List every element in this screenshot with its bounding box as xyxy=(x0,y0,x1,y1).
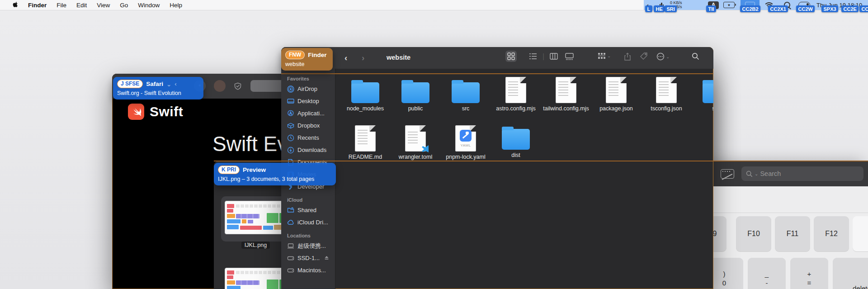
ellipsis-circle-icon xyxy=(656,52,665,61)
file-src[interactable]: src xyxy=(442,79,489,112)
hint-chip-cc2b2[interactable]: CC2B2 xyxy=(740,5,760,12)
sidebar-item-airdrop[interactable]: AirDrop xyxy=(281,83,335,95)
file-scripts-partial[interactable]: scri xyxy=(693,79,713,112)
key-f12[interactable]: F12 xyxy=(814,216,849,251)
hint-chip-cc2x1[interactable]: CC2X1 xyxy=(768,5,788,12)
safari-window-hint[interactable]: J SFSE Safari ⌄ ‹ Swift.org - Swift Evol… xyxy=(113,77,203,99)
key-minus[interactable]: _- xyxy=(748,258,786,289)
key-f10[interactable]: F10 xyxy=(736,216,771,251)
drive-icon xyxy=(287,267,294,274)
group-by-button[interactable]: ⌄ xyxy=(598,52,611,59)
keyboard-image-thumbnail-2[interactable] xyxy=(225,268,288,289)
file-astro-config[interactable]: astro.config.mjs xyxy=(492,77,539,112)
finder-toolbar: ‹ › website | ⌄ ⌄ xyxy=(281,47,713,69)
clock-icon xyxy=(287,134,294,142)
apple-menu[interactable] xyxy=(7,1,23,9)
menu-edit[interactable]: Edit xyxy=(71,2,92,9)
sidebar-item-shared[interactable]: Shared xyxy=(281,204,335,216)
share-button[interactable] xyxy=(624,52,631,61)
search-button[interactable] xyxy=(692,52,699,60)
hint-chip-sri[interactable]: SRI xyxy=(665,5,677,12)
view-columns-button[interactable] xyxy=(550,52,558,60)
search-icon xyxy=(746,171,753,177)
tags-button[interactable] xyxy=(640,52,648,60)
file-tailwind-config[interactable]: tailwind.config.mjs xyxy=(542,77,590,112)
file-tsconfig-json[interactable]: tsconfig.json xyxy=(643,77,690,112)
sidebar-item-downloads[interactable]: Downloads xyxy=(281,144,335,156)
gallery-view-icon xyxy=(565,52,574,60)
battery-item[interactable]: ♥ xyxy=(723,0,735,10)
key-equals[interactable]: += xyxy=(790,258,828,289)
keyboard-viewer-search-input[interactable]: ⌄ Search xyxy=(741,166,863,181)
sidebar-item-macintosh-hd[interactable]: Macintos... xyxy=(281,264,335,276)
hint-chip-spx3[interactable]: SPX3 xyxy=(821,5,838,12)
key-f9[interactable]: F9 xyxy=(713,216,726,251)
hint-chip-cc2w[interactable]: CC2W xyxy=(796,5,815,12)
forward-button[interactable]: › xyxy=(362,53,364,63)
sidebar-item-desktop[interactable]: Desktop xyxy=(281,95,335,107)
more-actions-button[interactable]: ⌄ xyxy=(656,52,670,61)
view-gallery-button[interactable] xyxy=(565,52,574,60)
hint-chip-cc2c[interactable]: CC2C xyxy=(859,5,868,12)
sidebar-item-applications[interactable]: ⒶApplicati... xyxy=(281,107,335,119)
dropbox-icon xyxy=(287,122,294,129)
file-package-json[interactable]: package.json xyxy=(593,77,640,112)
view-grid-button[interactable] xyxy=(507,52,515,60)
swift-logo-icon xyxy=(128,104,144,120)
hint-chip-cc2e[interactable]: CC2E xyxy=(841,5,859,12)
hint-chip-tii[interactable]: TII xyxy=(706,5,716,12)
key-f11[interactable]: F11 xyxy=(775,216,810,251)
menu-view[interactable]: View xyxy=(92,2,115,9)
hint-chip-l[interactable]: L xyxy=(645,5,652,12)
document-icon xyxy=(656,77,677,103)
key-partial-right[interactable] xyxy=(853,216,868,251)
file-dist[interactable]: dist xyxy=(492,125,539,158)
preview-hint-key: K PRI xyxy=(218,166,240,174)
panel-divider xyxy=(713,213,868,213)
finder-hint-subtitle: website xyxy=(285,61,329,67)
menu-help[interactable]: Help xyxy=(165,2,187,9)
file-public[interactable]: public xyxy=(392,79,439,112)
document-icon xyxy=(556,77,576,103)
finder-window-hint[interactable]: FNW Finder website xyxy=(281,48,333,71)
grid-view-icon xyxy=(507,52,515,60)
finder-window-title: website xyxy=(387,54,410,61)
keyboard-edit-icon[interactable] xyxy=(721,169,734,179)
safari-hint-key: J SFSE xyxy=(117,80,143,88)
key-delete[interactable]: delete xyxy=(833,258,868,289)
safari-app-name: Safari xyxy=(146,81,163,87)
menu-file[interactable]: File xyxy=(52,2,71,9)
bottom-windows-top-border-overlay xyxy=(214,161,868,161)
sidebar-item-laptop[interactable]: 超级便携... xyxy=(281,240,335,252)
share-icon xyxy=(624,52,631,61)
menu-window[interactable]: Window xyxy=(133,2,165,9)
back-button[interactable]: ‹ xyxy=(344,53,347,63)
safari-window-top-border-overlay xyxy=(281,73,713,74)
menu-finder[interactable]: Finder xyxy=(23,2,52,9)
file-readme[interactable]: README.md xyxy=(342,125,389,160)
sidebar-item-icloud-drive[interactable]: iCloud Dri... xyxy=(281,216,335,228)
sidebar-section-locations: Locations xyxy=(281,228,335,240)
sidebar-item-dropbox[interactable]: Dropbox xyxy=(281,119,335,132)
document-vscode-icon xyxy=(405,125,426,152)
preview-window-hint[interactable]: K PRI Preview IJKL.png – 3 documents, 3 … xyxy=(214,163,336,185)
swift-site-brand[interactable]: Swift xyxy=(128,104,183,120)
sidebar-item-recents[interactable]: Recents xyxy=(281,132,335,144)
folder-icon xyxy=(703,82,713,103)
keyboard-image-thumbnail[interactable] xyxy=(225,201,288,234)
folder-icon xyxy=(401,82,429,103)
view-list-button[interactable] xyxy=(529,52,537,60)
safari-extension-shield-icon[interactable] xyxy=(232,80,244,92)
key-0[interactable]: )0 xyxy=(713,258,743,289)
file-node_modules[interactable]: node_modules xyxy=(342,79,389,112)
hint-chip-he[interactable]: HE xyxy=(654,5,665,12)
download-icon xyxy=(287,147,294,154)
vscode-badge-icon xyxy=(421,145,429,152)
eject-icon[interactable] xyxy=(324,255,330,262)
sidebar-item-ssd[interactable]: SSD-1... xyxy=(281,252,335,264)
safari-extension-round-icon[interactable] xyxy=(214,80,226,92)
menu-go[interactable]: Go xyxy=(115,2,133,9)
file-pnpm-lock[interactable]: YAMLpnpm-lock.yaml xyxy=(442,125,489,160)
file-wrangler-toml[interactable]: wrangler.toml xyxy=(392,125,439,160)
page-heading: Swift Ev xyxy=(212,132,288,156)
